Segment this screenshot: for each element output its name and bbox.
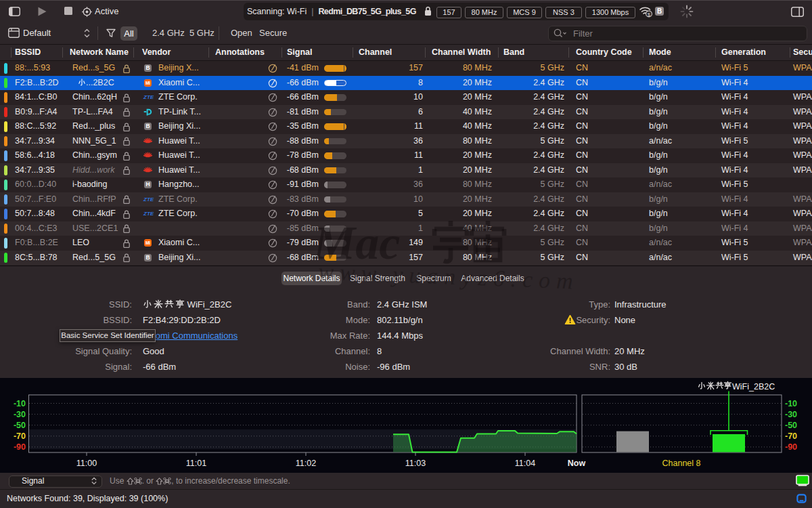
svg-text:-10: -10 [785, 399, 797, 408]
svg-text:WiFi_2B2C: WiFi_2B2C [732, 382, 775, 391]
svg-text:-50: -50 [14, 421, 26, 430]
svg-text:-30: -30 [785, 410, 797, 419]
svg-text:11:02: 11:02 [296, 459, 316, 468]
svg-text:-90: -90 [14, 442, 26, 452]
svg-text:11:04: 11:04 [515, 459, 535, 468]
svg-text:$: $ [648, 12, 651, 18]
svg-text:-70: -70 [785, 431, 797, 441]
svg-text:11:01: 11:01 [186, 459, 206, 468]
svg-text:11:00: 11:00 [76, 459, 97, 468]
svg-text:-30: -30 [14, 410, 26, 419]
svg-text:-70: -70 [14, 431, 26, 441]
svg-text:Now: Now [568, 459, 586, 468]
svg-text:-90: -90 [785, 442, 797, 452]
svg-text:-50: -50 [785, 421, 797, 430]
svg-text:11:03: 11:03 [405, 459, 426, 468]
svg-text:Channel 8: Channel 8 [662, 459, 701, 468]
svg-text:-10: -10 [14, 399, 26, 408]
